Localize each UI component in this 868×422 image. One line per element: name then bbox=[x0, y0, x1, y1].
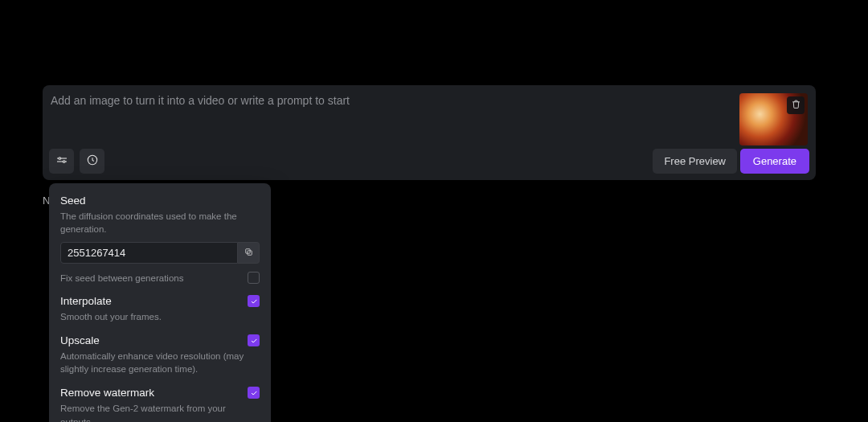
svg-point-0 bbox=[59, 157, 61, 159]
interpolate-description: Smooth out your frames. bbox=[60, 310, 245, 323]
free-preview-button[interactable]: Free Preview bbox=[653, 149, 737, 174]
upscale-checkbox[interactable] bbox=[248, 334, 260, 346]
generate-label: Generate bbox=[753, 155, 796, 167]
seed-description: The diffusion coordinates used to make t… bbox=[60, 210, 245, 236]
free-preview-label: Free Preview bbox=[664, 155, 726, 167]
seed-section: Seed The diffusion coordinates used to m… bbox=[60, 195, 260, 284]
upscale-section: Upscale Automatically enhance video reso… bbox=[60, 334, 260, 375]
sliders-icon bbox=[55, 154, 68, 170]
prompt-input[interactable] bbox=[51, 93, 735, 125]
svg-rect-8 bbox=[245, 248, 249, 252]
thumbnail-delete-button[interactable] bbox=[787, 96, 805, 114]
svg-rect-7 bbox=[247, 251, 251, 255]
svg-point-3 bbox=[63, 160, 65, 162]
image-thumbnail[interactable] bbox=[739, 93, 808, 145]
clock-icon bbox=[86, 154, 99, 170]
seed-input[interactable] bbox=[60, 242, 238, 264]
fix-seed-checkbox[interactable] bbox=[248, 272, 260, 284]
upscale-description: Automatically enhance video resolution (… bbox=[60, 350, 245, 375]
interpolate-checkbox[interactable] bbox=[248, 295, 260, 307]
prompt-card: Free Preview Generate bbox=[43, 85, 816, 180]
interpolate-section: Interpolate Smooth out your frames. bbox=[60, 295, 260, 323]
remove-watermark-title: Remove watermark bbox=[60, 387, 154, 399]
advanced-settings-popover: Seed The diffusion coordinates used to m… bbox=[49, 183, 271, 422]
generate-button[interactable]: Generate bbox=[740, 149, 809, 174]
settings-button[interactable] bbox=[49, 149, 74, 174]
upscale-title: Upscale bbox=[60, 334, 100, 346]
remove-watermark-checkbox[interactable] bbox=[248, 387, 260, 399]
trash-icon bbox=[791, 98, 801, 113]
remove-watermark-description: Remove the Gen-2 watermark from your out… bbox=[60, 402, 245, 422]
history-button[interactable] bbox=[80, 149, 104, 174]
copy-icon bbox=[244, 246, 254, 260]
copy-seed-button[interactable] bbox=[238, 242, 260, 264]
remove-watermark-section: Remove watermark Remove the Gen-2 waterm… bbox=[60, 387, 260, 422]
fix-seed-label: Fix seed between generations bbox=[60, 273, 183, 283]
seed-title: Seed bbox=[60, 195, 260, 207]
interpolate-title: Interpolate bbox=[60, 295, 112, 307]
